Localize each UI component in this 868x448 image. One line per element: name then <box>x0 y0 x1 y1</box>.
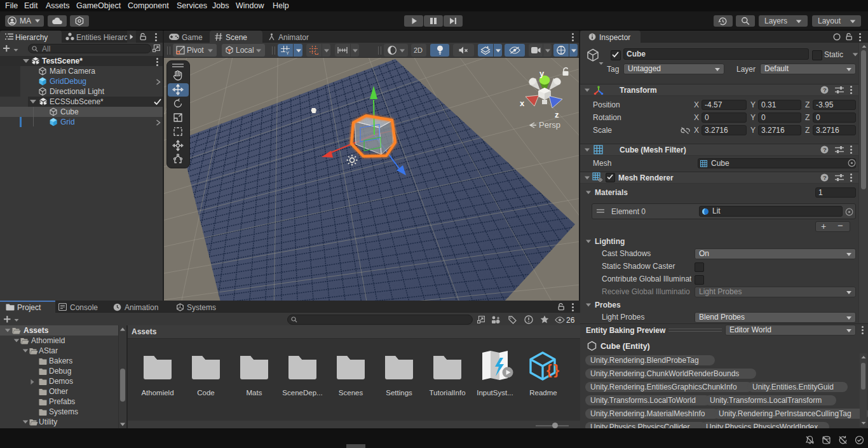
svg-text:y: y <box>539 69 545 78</box>
svg-text:?: ? <box>823 146 827 153</box>
svg-text:Persp: Persp <box>539 120 560 130</box>
svg-text:x: x <box>520 98 525 108</box>
svg-text:z: z <box>555 110 559 119</box>
svg-text:?: ? <box>823 86 827 93</box>
svg-text:Y: Y <box>286 50 289 55</box>
svg-text:?: ? <box>823 174 827 181</box>
